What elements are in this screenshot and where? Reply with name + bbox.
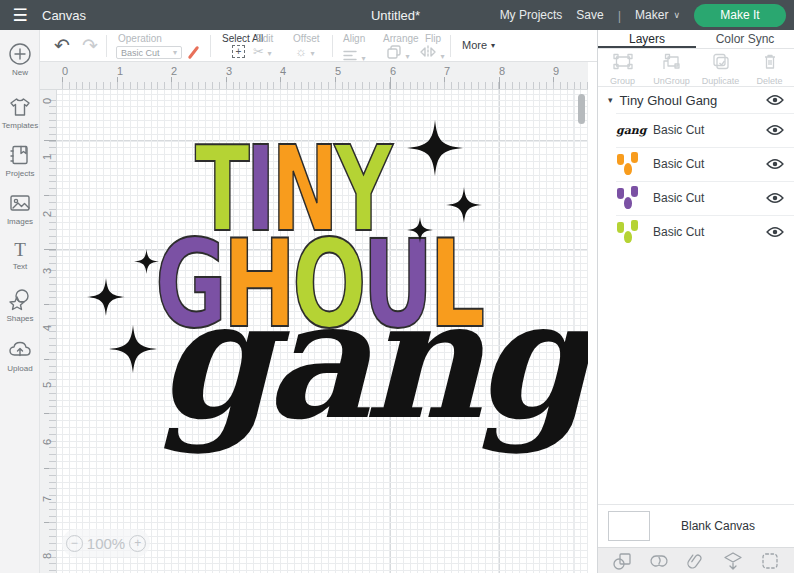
undo-icon[interactable]: ↶ <box>54 36 70 55</box>
ruler-tick-label: 7 <box>444 65 450 77</box>
operation-select[interactable]: Basic Cut ▾ <box>116 46 182 59</box>
chevron-down-icon: ∨ <box>673 10 680 20</box>
layer-label: Basic Cut <box>653 157 704 171</box>
sparkle-icon[interactable] <box>87 278 125 316</box>
visibility-eye-icon[interactable] <box>766 94 784 106</box>
layer-group-header[interactable]: ▾ Tiny Ghoul Gang <box>598 87 794 113</box>
blank-canvas-row[interactable]: Blank Canvas <box>598 505 794 547</box>
ruler-tick-label: 0 <box>41 92 53 104</box>
sparkle-icon[interactable] <box>134 249 159 274</box>
canvas-label: Canvas <box>42 8 86 23</box>
sparkle-icon[interactable] <box>407 120 463 176</box>
sparkle-icon[interactable] <box>109 323 157 375</box>
more-label: More <box>462 39 487 51</box>
caret-down-icon: ▾ <box>361 54 365 63</box>
canvas-color-swatch[interactable] <box>608 511 650 541</box>
tab-layers[interactable]: Layers <box>598 30 696 48</box>
select-all-icon[interactable]: + <box>232 45 245 58</box>
toolbar-divider <box>332 35 333 57</box>
ruler-tick-label: 8 <box>41 547 53 559</box>
document-title[interactable]: Untitled* <box>371 8 420 23</box>
sidebar-item-images[interactable]: Images <box>0 191 40 226</box>
ungroup-button[interactable]: UnGroup <box>647 49 696 86</box>
caret-down-icon: ▾ <box>405 52 409 61</box>
sparkle-icon[interactable] <box>446 185 482 225</box>
flatten-icon[interactable] <box>722 551 744 571</box>
scissors-glyph: ✂ <box>253 44 264 59</box>
slice-icon[interactable] <box>611 551 633 571</box>
notebook-icon <box>8 143 32 167</box>
tab-color-sync[interactable]: Color Sync <box>696 30 794 48</box>
machine-select[interactable]: Maker ∨ <box>635 8 680 22</box>
arrange-icon[interactable]: ▾ <box>387 45 409 63</box>
sidebar-item-upload[interactable]: Upload <box>0 338 40 373</box>
more-button[interactable]: More ▾ <box>462 39 495 51</box>
sidebar-item-text[interactable]: T Text <box>0 240 40 271</box>
align-icon[interactable]: ▾ <box>343 47 365 65</box>
sidebar-item-projects[interactable]: Projects <box>0 143 40 178</box>
layer-row[interactable]: Basic Cut <box>598 181 794 215</box>
sidebar-label: Upload <box>0 364 40 373</box>
sidebar-label: Images <box>0 217 40 226</box>
layer-row[interactable]: gang Basic Cut <box>598 113 794 147</box>
save-link[interactable]: Save <box>576 8 603 22</box>
design-canvas[interactable]: TINY GHOUL gang − 100% + <box>57 90 588 573</box>
attach-icon[interactable] <box>685 551 707 571</box>
menu-icon[interactable]: ☰ <box>0 5 40 26</box>
machine-label: Maker <box>635 8 668 22</box>
redo-icon[interactable]: ↷ <box>82 36 98 55</box>
ruler-tick-label: 8 <box>499 65 505 77</box>
layer-label: Basic Cut <box>653 191 704 205</box>
ruler-tick-label: 2 <box>171 65 177 77</box>
layer-row[interactable]: Basic Cut <box>598 215 794 249</box>
sidebar-label: Templates <box>0 121 40 130</box>
ruler-tick-label: 3 <box>41 262 53 274</box>
sun-glyph: ☼ <box>295 44 307 59</box>
action-label: Group <box>610 76 635 86</box>
delete-button[interactable]: Delete <box>745 49 794 86</box>
ruler-tick-label: 3 <box>226 65 232 77</box>
ruler-tick-label: 6 <box>41 433 53 445</box>
ruler-tick-label: 5 <box>335 65 341 77</box>
sidebar-item-new[interactable]: New <box>0 42 40 77</box>
visibility-eye-icon[interactable] <box>766 226 784 238</box>
layer-thumbnail <box>615 151 645 177</box>
zoom-out-button[interactable]: − <box>66 535 83 552</box>
caret-down-icon: ▾ <box>268 49 272 58</box>
offset-icon[interactable]: ☼ ▾ <box>295 44 315 59</box>
horizontal-ruler: 0 1 2 3 4 5 6 7 8 9 <box>40 62 588 90</box>
blank-canvas-label: Blank Canvas <box>681 519 755 533</box>
group-button[interactable]: Group <box>598 49 647 86</box>
layer-row[interactable]: Basic Cut <box>598 147 794 181</box>
collapse-caret-icon[interactable]: ▾ <box>608 95 613 105</box>
weld-icon[interactable] <box>648 551 670 571</box>
arrange-label: Arrange <box>383 33 419 44</box>
color-swatch-slash[interactable] <box>188 46 200 60</box>
my-projects-link[interactable]: My Projects <box>500 8 563 22</box>
offset-label: Offset <box>293 33 320 44</box>
layer-group-title: Tiny Ghoul Gang <box>620 93 718 108</box>
layers-panel: Layers Color Sync Group UnGroup Duplicat… <box>597 30 794 573</box>
action-label: UnGroup <box>653 76 690 86</box>
sparkle-icon[interactable] <box>407 217 433 243</box>
design-word-gang[interactable]: gang <box>157 277 583 442</box>
canvas-scrollbar[interactable] <box>578 94 585 124</box>
make-it-button[interactable]: Make It <box>694 4 786 27</box>
visibility-eye-icon[interactable] <box>766 158 784 170</box>
visibility-eye-icon[interactable] <box>766 124 784 136</box>
flip-label: Flip <box>425 33 441 44</box>
edit-toolbar: ↶ ↷ Operation Basic Cut ▾ Select All + E… <box>40 30 597 62</box>
flip-icon[interactable]: ▾ <box>420 45 444 63</box>
edit-scissors-icon[interactable]: ✂ ▾ <box>253 44 272 59</box>
visibility-eye-icon[interactable] <box>766 192 784 204</box>
zoom-control: − 100% + <box>62 529 150 557</box>
sidebar-item-shapes[interactable]: Shapes <box>0 288 40 323</box>
contour-icon[interactable] <box>759 551 781 571</box>
ruler-tick-label: 1 <box>41 148 53 160</box>
layer-thumbnail: gang <box>615 117 645 143</box>
duplicate-button[interactable]: Duplicate <box>696 49 745 86</box>
zoom-in-button[interactable]: + <box>129 535 146 552</box>
upload-cloud-icon <box>8 338 32 362</box>
ungroup-icon <box>662 53 682 70</box>
sidebar-item-templates[interactable]: Templates <box>0 95 40 130</box>
